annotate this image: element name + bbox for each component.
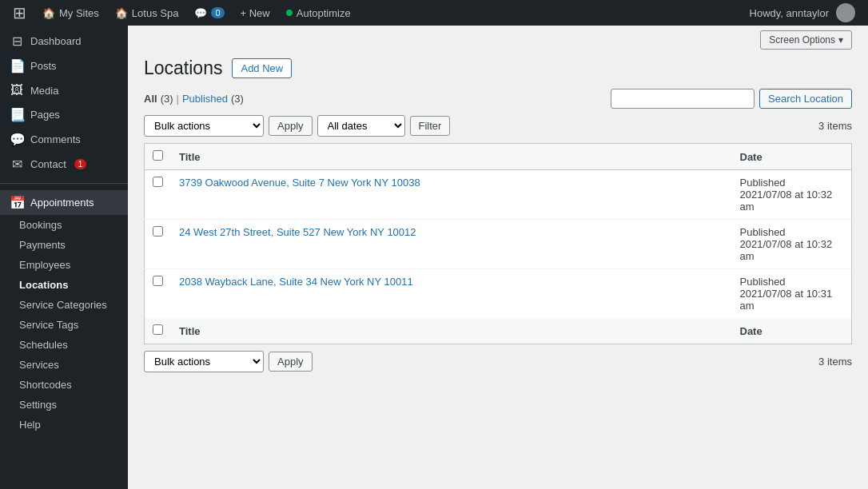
autoptimize-status-icon [286, 10, 293, 16]
view-sep-1: | [177, 93, 179, 105]
sidebar-item-contact-label: Contact [30, 158, 66, 170]
comments-count: 0 [211, 7, 224, 18]
autoptimize-label: Autoptimize [297, 7, 351, 19]
admin-bar: ⊞ 🏠 My Sites 🏠 Lotus Spa 💬 0 + New Autop… [0, 0, 868, 26]
sidebar-item-posts-label: Posts [30, 60, 57, 72]
row-date-cell-2: Published2021/07/08 at 10:31 am [732, 269, 852, 319]
sidebar-sub-schedules[interactable]: Schedules [0, 335, 128, 355]
sidebar-item-dashboard[interactable]: ⊟ Dashboard [0, 29, 128, 54]
header-checkbox-col [145, 144, 172, 170]
row-date-0: 2021/07/08 at 10:32 am [740, 189, 844, 213]
sidebar-sub-employees[interactable]: Employees [0, 255, 128, 275]
row-date-2: 2021/07/08 at 10:31 am [740, 288, 844, 312]
view-all-count: (3) [161, 93, 173, 105]
my-sites-label: My Sites [59, 7, 99, 19]
row-title-cell-0: 3739 Oakwood Avenue, Suite 7 New York NY… [171, 170, 732, 220]
sidebar-divider [0, 183, 128, 184]
search-input[interactable] [611, 89, 755, 109]
bulk-actions-select-bottom[interactable]: Bulk actions [144, 351, 264, 372]
date-header-label: Date [740, 151, 762, 163]
screen-options-label: Screen Options [769, 34, 835, 46]
row-checkbox-input-2[interactable] [153, 276, 163, 286]
view-published-count: (3) [231, 93, 244, 105]
select-all-checkbox[interactable] [153, 150, 163, 161]
sidebar-item-pages[interactable]: 📃 Pages [0, 102, 128, 127]
bulk-actions-select-top[interactable]: Bulk actions [144, 115, 264, 137]
sidebar-sub-payments[interactable]: Payments [0, 235, 128, 255]
autoptimize-item[interactable]: Autoptimize [280, 0, 357, 26]
sidebar-item-appointments[interactable]: 📅 Appointments [0, 190, 128, 215]
dates-select-top[interactable]: All dates [317, 115, 405, 137]
dashboard-icon: ⊟ [10, 34, 24, 49]
sidebar-sub-service-tags[interactable]: Service Tags [0, 315, 128, 335]
sidebar-sub-shortcodes[interactable]: Shortcodes [0, 375, 128, 395]
sidebar-sub-service-categories[interactable]: Service Categories [0, 295, 128, 315]
view-published-link[interactable]: Published [182, 93, 228, 105]
table-row: 2038 Wayback Lane, Suite 34 New York NY … [145, 269, 852, 319]
comments-item[interactable]: 💬 0 [188, 0, 230, 26]
main-content: Screen Options ▾ Locations Add New All (… [128, 26, 868, 489]
page-header: Locations Add New [144, 58, 852, 79]
sidebar-sub-services[interactable]: Services [0, 355, 128, 375]
row-status-0: Published [740, 177, 844, 189]
locations-table: Title Date 3739 Oakwood Avenue, Suite 7 … [144, 143, 852, 344]
sites-icon: 🏠 [42, 7, 55, 19]
page-title: Locations [144, 58, 222, 79]
row-date-1: 2021/07/08 at 10:32 am [740, 238, 844, 262]
sidebar: ⊟ Dashboard 📄 Posts 🖼 Media 📃 Pages 💬 Co… [0, 26, 128, 489]
footer-date-label: Date [740, 325, 762, 337]
sidebar-sub-help[interactable]: Help [0, 415, 128, 435]
sidebar-item-contact[interactable]: ✉ Contact 1 [0, 152, 128, 177]
row-status-1: Published [740, 226, 844, 238]
site-icon: 🏠 [115, 7, 128, 19]
sidebar-item-media[interactable]: 🖼 Media [0, 78, 128, 102]
comments-sidebar-icon: 💬 [10, 132, 24, 147]
sidebar-item-comments[interactable]: 💬 Comments [0, 127, 128, 152]
sidebar-item-posts[interactable]: 📄 Posts [0, 54, 128, 78]
my-sites-item[interactable]: 🏠 My Sites [36, 0, 106, 26]
contact-icon: ✉ [10, 157, 24, 172]
filter-button-top[interactable]: Filter [410, 116, 451, 136]
select-all-checkbox-footer[interactable] [153, 324, 163, 335]
howdy-label: Howdy, anntaylor [750, 7, 829, 19]
screen-options-chevron: ▾ [838, 34, 843, 46]
sidebar-sub-settings[interactable]: Settings [0, 395, 128, 415]
row-checkbox-input-0[interactable] [153, 177, 163, 187]
sidebar-top-section: ⊟ Dashboard 📄 Posts 🖼 Media 📃 Pages 💬 Co… [0, 26, 128, 180]
row-date-cell-0: Published2021/07/08 at 10:32 am [732, 170, 852, 220]
row-title-cell-1: 24 West 27th Street, Suite 527 New York … [171, 220, 732, 269]
sidebar-item-comments-label: Comments [30, 133, 81, 145]
row-title-link-0[interactable]: 3739 Oakwood Avenue, Suite 7 New York NY… [179, 177, 420, 189]
view-all-link[interactable]: All [144, 93, 157, 105]
wp-logo-icon: ⊞ [13, 3, 26, 22]
screen-options-button[interactable]: Screen Options ▾ [760, 30, 852, 50]
row-title-link-1[interactable]: 24 West 27th Street, Suite 527 New York … [179, 226, 416, 238]
footer-title-col: Title [171, 318, 732, 344]
apply-button-bottom[interactable]: Apply [269, 352, 313, 372]
row-status-2: Published [740, 276, 844, 288]
header-date-col: Date [732, 144, 852, 170]
sidebar-sub-locations[interactable]: Locations [0, 275, 128, 295]
add-new-button[interactable]: Add New [232, 58, 292, 78]
contact-badge: 1 [74, 159, 87, 169]
toolbar-top: Bulk actions Apply All dates Filter 3 it… [144, 115, 852, 137]
row-checkbox-input-1[interactable] [153, 226, 163, 237]
footer-title-label: Title [179, 325, 201, 337]
howdy-item[interactable]: Howdy, anntaylor [743, 0, 862, 26]
wp-logo-item[interactable]: ⊞ [6, 0, 33, 26]
screen-options-bar: Screen Options ▾ [128, 26, 868, 50]
layout: ⊟ Dashboard 📄 Posts 🖼 Media 📃 Pages 💬 Co… [0, 26, 868, 489]
items-count-bottom: 3 items [818, 356, 852, 368]
content-area: Locations Add New All (3) | Published (3… [128, 50, 868, 388]
row-date-cell-1: Published2021/07/08 at 10:32 am [732, 220, 852, 269]
row-checkbox-0 [145, 170, 172, 220]
row-title-link-2[interactable]: 2038 Wayback Lane, Suite 34 New York NY … [179, 276, 413, 288]
sidebar-item-appointments-label: Appointments [30, 197, 94, 209]
apply-button-top[interactable]: Apply [269, 116, 313, 136]
new-item[interactable]: + New [234, 0, 277, 26]
site-name-item[interactable]: 🏠 Lotus Spa [109, 0, 185, 26]
row-checkbox-1 [145, 220, 172, 269]
sidebar-sub-bookings[interactable]: Bookings [0, 215, 128, 235]
search-button[interactable]: Search Location [759, 89, 852, 109]
sidebar-item-media-label: Media [30, 85, 58, 97]
